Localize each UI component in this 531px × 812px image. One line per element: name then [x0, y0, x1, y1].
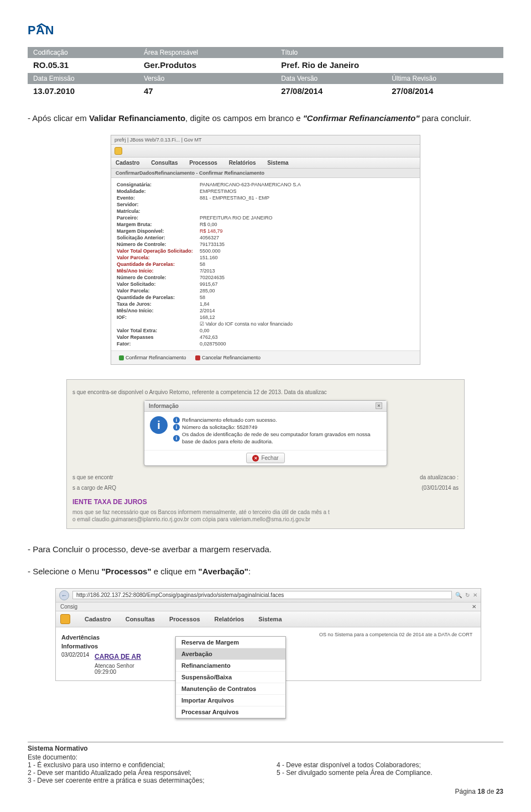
- ss3-link[interactable]: CARGA DE AR: [95, 653, 141, 661]
- hdr-val-cod: RO.05.31: [28, 58, 138, 73]
- back-icon[interactable]: ←: [59, 590, 69, 600]
- ss3-menu-consultas[interactable]: Consultas: [126, 616, 155, 622]
- ss2-bg-line2: s que se encontr: [72, 474, 116, 481]
- dropdown-item[interactable]: Refinanciamento: [176, 660, 285, 672]
- form-label: Matrícula:: [117, 208, 200, 214]
- home-icon[interactable]: [60, 614, 70, 624]
- form-value: 0,02875000: [200, 341, 226, 347]
- dropdown-item[interactable]: Processar Arquivos: [176, 706, 285, 718]
- para3-b2: "Averbação": [199, 567, 248, 576]
- form-value: 5500.000: [200, 248, 221, 254]
- para1-bold2: "Confirmar Refinanciamento": [303, 113, 420, 123]
- form-value: 4056327: [200, 235, 219, 240]
- form-label: Margem Disponível:: [117, 228, 200, 234]
- hdr-label-titulo: Título: [275, 47, 503, 58]
- form-value: 58: [200, 295, 205, 300]
- form-label: Modalidade:: [117, 188, 200, 194]
- footer-right-2: 5 - Ser divulgado somente pela Área de C…: [277, 769, 503, 777]
- page-number: Página 18 de 23: [28, 788, 503, 795]
- form-row: Margem Bruta:R$ 0,00: [117, 221, 414, 228]
- search-icon[interactable]: 🔍: [455, 592, 462, 598]
- form-label: Evento:: [117, 195, 200, 201]
- form-value: 702024635: [200, 275, 225, 280]
- form-row: Número de Controle:702024635: [117, 274, 414, 281]
- ss1-menu-sistema[interactable]: Sistema: [267, 160, 288, 166]
- doc-header-table: Codificação Área Responsável Título RO.0…: [28, 47, 503, 99]
- bullet-icon: i: [173, 424, 180, 431]
- hdr-val-revisao: 27/08/2014: [386, 84, 503, 99]
- form-row: Número de Controle:791733135: [117, 241, 414, 248]
- hdr-label-cod: Codificação: [28, 47, 138, 58]
- ss3-addressbar: ← http://186.202.137.252:8080/EmpConsig/…: [56, 589, 481, 603]
- form-row: Parceiro:PREFEITURA RIO DE JANEIRO: [117, 214, 414, 221]
- info-icon: i: [150, 416, 168, 434]
- form-value: PANAMERICANO-623-PANAMERICANO S.A: [200, 182, 301, 187]
- form-row: Quantidade de Parcelas:58: [117, 294, 414, 301]
- ss3-menu-relatorios[interactable]: Relatórios: [215, 616, 244, 622]
- screenshot-refin-form: prefrj | JBoss Web/7.0.13.Fi... | Gov MT…: [111, 135, 420, 365]
- hdr-val-area: Ger.Produtos: [138, 58, 275, 73]
- dropdown-item[interactable]: Manutenção de Contratos: [176, 683, 285, 695]
- refresh-icon[interactable]: ↻: [465, 592, 470, 598]
- ss1-menu-cadastro[interactable]: Cadastro: [116, 160, 139, 166]
- stop-icon[interactable]: ✕: [473, 592, 477, 598]
- hdr-label-emissao: Data Emissão: [28, 73, 138, 84]
- ss1-menu-consultas[interactable]: Consultas: [151, 160, 178, 166]
- form-label: Mês/Ano Início:: [117, 308, 200, 313]
- dropdown-item[interactable]: Suspensão/Baixa: [176, 672, 285, 683]
- ss3-date: 03/02/2014: [61, 652, 89, 658]
- para1-bold1: Validar Refinanciamento: [89, 113, 185, 123]
- processos-dropdown: Reserva de MargemAverbaçãoRefinanciament…: [175, 636, 286, 719]
- form-value: ☑ Valor do IOF consta no valor financiad…: [200, 321, 293, 327]
- cancel-refin-label: Cancelar Refinanciamento: [202, 355, 261, 360]
- ss3-menu-cadastro[interactable]: Cadastro: [85, 616, 111, 622]
- fechar-label: Fechar: [261, 454, 278, 462]
- ss1-menu-processos[interactable]: Processos: [189, 160, 217, 166]
- form-row: Quantidade de Parcelas:58: [117, 261, 414, 268]
- hdr-val-emissao: 13.07.2010: [28, 84, 138, 99]
- dropdown-item[interactable]: Averbação: [176, 648, 285, 660]
- ss3-tab[interactable]: Consig: [60, 604, 77, 610]
- dropdown-item[interactable]: Importar Arquivos: [176, 695, 285, 706]
- form-value: 4762,63: [200, 334, 218, 340]
- form-value: 9915,67: [200, 281, 218, 287]
- svg-text:N: N: [45, 23, 54, 37]
- footer-right-1: 4 - Deve estar disponível a todos Colabo…: [277, 761, 503, 769]
- ss3-menu-processos[interactable]: Processos: [169, 616, 200, 622]
- tab-close-icon[interactable]: ✕: [472, 604, 476, 610]
- form-value: EMPRESTIMOS: [200, 188, 237, 194]
- form-label: Consignatária:: [117, 182, 200, 187]
- form-label: [117, 321, 200, 327]
- para3-mid: e clique em: [152, 567, 199, 576]
- dropdown-item[interactable]: Reserva de Margem: [176, 637, 285, 648]
- ss2-subline: mos que se faz necessário que os Bancos …: [72, 509, 459, 523]
- home-icon[interactable]: [114, 147, 122, 155]
- ss3-right-text: OS no Sistema para a competencia 02 de 2…: [315, 627, 481, 680]
- paragraph-3: - Selecione o Menu "Processos" e clique …: [28, 565, 503, 578]
- bullet-icon: i: [173, 435, 180, 442]
- form-label: Número de Controle:: [117, 275, 200, 280]
- url-field[interactable]: http://186.202.137.252:8080/EmpConsig/pa…: [72, 591, 452, 599]
- ss1-menu-relatorios[interactable]: Relatórios: [229, 160, 256, 166]
- form-row: Mês/Ano Início:2/2014: [117, 307, 414, 314]
- form-label: Servidor:: [117, 202, 200, 207]
- ss1-actions: Confirmar Refinanciamento Cancelar Refin…: [111, 350, 420, 364]
- svg-text:P: P: [28, 23, 36, 37]
- form-value: 168,12: [200, 315, 215, 320]
- para3-post: :: [248, 567, 251, 576]
- confirm-refin-button[interactable]: Confirmar Refinanciamento: [117, 354, 189, 361]
- hdr-val-titulo: Pref. Rio de Janeiro: [275, 58, 503, 73]
- form-value: 7/2013: [200, 268, 215, 274]
- ss1-form: Consignatária:PANAMERICANO-623-PANAMERIC…: [111, 178, 420, 350]
- dialog-close-button[interactable]: ×: [376, 402, 382, 409]
- footer-left-1: 1 - É exclusivo para uso interno e confi…: [28, 761, 254, 769]
- footer-title: Sistema Normativo: [28, 745, 503, 752]
- ss3-menu-sistema[interactable]: Sistema: [258, 616, 282, 622]
- form-row: Modalidade:EMPRESTIMOS: [117, 188, 414, 195]
- hdr-label-dataversao: Data Versão: [275, 73, 386, 84]
- cancel-refin-button[interactable]: Cancelar Refinanciamento: [193, 354, 263, 361]
- form-row: Evento:881 - EMPRESTIMO_81 - EMP: [117, 195, 414, 201]
- dialog-message: iRefinanciamento efetuado com sucesso. i…: [173, 416, 381, 446]
- fechar-button[interactable]: × Fechar: [246, 453, 284, 463]
- ss2-bg-line3: s a cargo de ARQ: [72, 484, 116, 491]
